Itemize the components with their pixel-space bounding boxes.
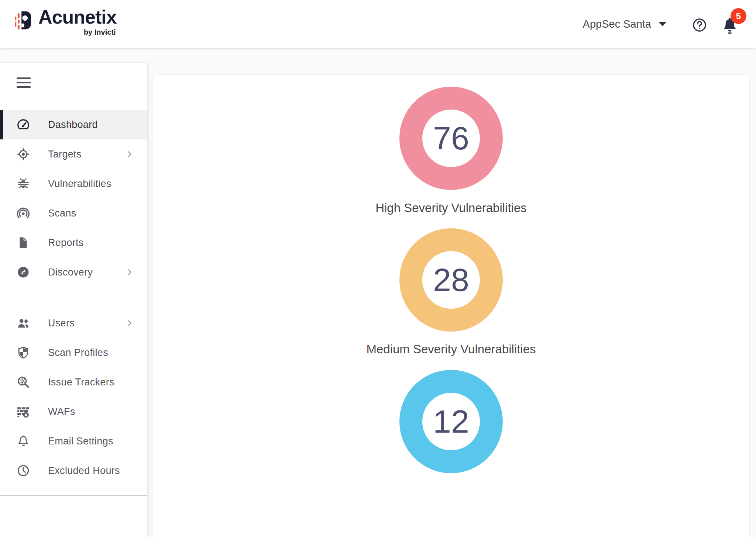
- third-severity-donut: 12: [399, 370, 503, 473]
- clock-icon: [16, 463, 31, 478]
- sidebar-item-label: Users: [48, 318, 75, 329]
- acunetix-logo-icon: [15, 9, 34, 32]
- notification-badge: 5: [731, 8, 746, 24]
- question-circle-icon: [692, 17, 707, 33]
- sidebar-divider: [0, 297, 147, 297]
- sidebar-item-scans[interactable]: Scans: [0, 198, 147, 228]
- sidebar-item-label: WAFs: [48, 406, 75, 418]
- sidebar-item-label: Discovery: [48, 267, 93, 278]
- sidebar-item-excluded-hours[interactable]: Excluded Hours: [0, 456, 147, 485]
- dashboard-content: 76 High Severity Vulnerabilities 28 Medi…: [153, 75, 749, 537]
- users-icon: [16, 316, 31, 330]
- sidebar-item-discovery[interactable]: Discovery: [0, 257, 147, 287]
- account-name: AppSec Santa: [583, 18, 651, 30]
- chevron-right-icon: [126, 319, 134, 327]
- sidebar-item-reports[interactable]: Reports: [0, 228, 147, 257]
- target-icon: [16, 147, 31, 162]
- bell-outline-icon: [16, 434, 31, 448]
- firewall-icon: [16, 404, 31, 419]
- medium-severity-donut: 28: [399, 228, 503, 332]
- sidebar-item-vulnerabilities[interactable]: Vulnerabilities: [0, 169, 147, 198]
- brand-name: Acunetix: [38, 6, 117, 28]
- document-icon: [16, 235, 31, 250]
- sidebar-item-label: Issue Trackers: [48, 377, 114, 388]
- gauge-icon: [16, 117, 31, 132]
- sidebar-item-email-settings[interactable]: Email Settings: [0, 426, 147, 456]
- sidebar-item-dashboard[interactable]: Dashboard: [0, 110, 147, 139]
- sidebar-nav: Dashboard Targets: [0, 110, 147, 496]
- sidebar-item-scan-profiles[interactable]: Scan Profiles: [0, 338, 147, 367]
- sidebar-item-label: Targets: [48, 149, 82, 160]
- chevron-right-icon: [126, 150, 134, 158]
- brand-byline: by Invicti: [84, 28, 116, 37]
- donut-value: 28: [433, 264, 469, 296]
- sidebar-divider: [0, 495, 147, 496]
- donut-value: 76: [433, 122, 469, 155]
- bug-magnifier-icon: [16, 375, 31, 389]
- menu-toggle-button[interactable]: [17, 77, 31, 88]
- help-button[interactable]: [692, 17, 707, 33]
- donut-value: 12: [433, 405, 469, 438]
- account-menu[interactable]: AppSec Santa: [583, 0, 667, 48]
- sidebar-item-wafs[interactable]: WAFs: [0, 397, 147, 426]
- radar-icon: [16, 206, 31, 221]
- logo-text: Acunetix by Invicti: [38, 6, 117, 37]
- sidebar-item-issue-trackers[interactable]: Issue Trackers: [0, 367, 147, 397]
- sidebar-item-label: Scans: [48, 208, 76, 219]
- high-severity-donut: 76: [399, 87, 503, 190]
- donut-label: High Severity Vulnerabilities: [375, 199, 527, 217]
- shield-icon: [16, 345, 31, 360]
- sidebar-item-label: Excluded Hours: [48, 465, 120, 477]
- sidebar-item-label: Dashboard: [48, 119, 98, 131]
- sidebar: Dashboard Targets: [0, 63, 147, 537]
- sidebar-item-targets[interactable]: Targets: [0, 139, 147, 169]
- caret-down-icon: [658, 21, 667, 27]
- acunetix-logo[interactable]: Acunetix by Invicti: [15, 6, 117, 37]
- donut-label: Medium Severity Vulnerabilities: [366, 340, 536, 358]
- sidebar-item-label: Vulnerabilities: [48, 178, 111, 190]
- sidebar-item-label: Reports: [48, 237, 84, 249]
- sidebar-item-users[interactable]: Users: [0, 308, 147, 338]
- bug-icon: [16, 176, 31, 191]
- compass-icon: [16, 265, 31, 280]
- top-header: Acunetix by Invicti AppSec Santa 5: [0, 0, 756, 48]
- sidebar-item-label: Email Settings: [48, 436, 113, 447]
- chevron-right-icon: [126, 268, 134, 276]
- sidebar-item-label: Scan Profiles: [48, 347, 108, 358]
- notifications-button[interactable]: 5: [721, 16, 739, 35]
